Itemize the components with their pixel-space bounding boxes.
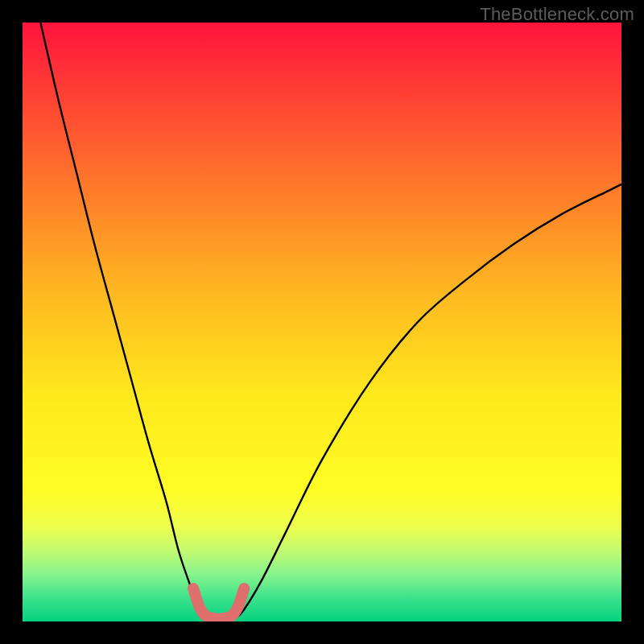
- curve-right-branch: [235, 184, 621, 618]
- chart-plot-area: [23, 23, 621, 621]
- attribution-watermark: TheBottleneck.com: [480, 4, 634, 25]
- optimal-region-marker: [193, 588, 244, 619]
- curve-left-branch: [40, 23, 204, 618]
- chart-overlay: [23, 23, 621, 621]
